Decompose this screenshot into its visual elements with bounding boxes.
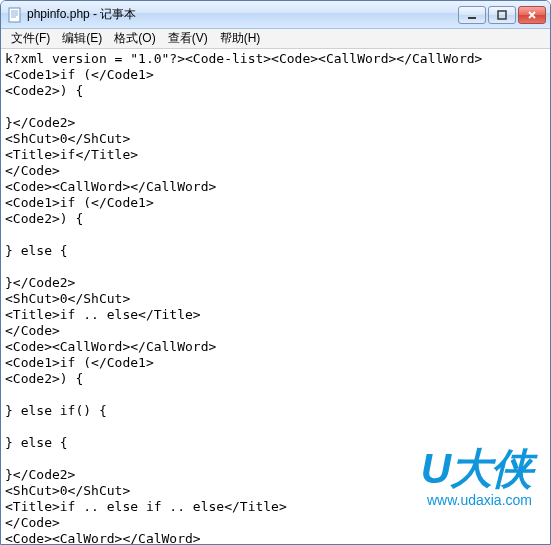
watermark: U大侠 www.udaxia.com	[421, 448, 532, 508]
menu-file[interactable]: 文件(F)	[5, 28, 56, 49]
close-button[interactable]	[518, 6, 546, 24]
maximize-button[interactable]	[488, 6, 516, 24]
menu-edit[interactable]: 编辑(E)	[56, 28, 108, 49]
menu-view[interactable]: 查看(V)	[162, 28, 214, 49]
menubar: 文件(F) 编辑(E) 格式(O) 查看(V) 帮助(H)	[1, 29, 550, 49]
window-controls	[458, 6, 546, 24]
watermark-logo: U大侠	[421, 448, 532, 490]
svg-rect-6	[498, 11, 506, 19]
svg-rect-5	[468, 17, 476, 19]
menu-help[interactable]: 帮助(H)	[214, 28, 267, 49]
watermark-url: www.udaxia.com	[421, 492, 532, 508]
notepad-window: phpinfo.php - 记事本 文件(F) 编辑(E) 格式(O) 查看(V…	[0, 0, 551, 545]
window-title: phpinfo.php - 记事本	[27, 6, 458, 23]
minimize-button[interactable]	[458, 6, 486, 24]
menu-format[interactable]: 格式(O)	[108, 28, 161, 49]
notepad-icon	[7, 7, 23, 23]
titlebar[interactable]: phpinfo.php - 记事本	[1, 1, 550, 29]
